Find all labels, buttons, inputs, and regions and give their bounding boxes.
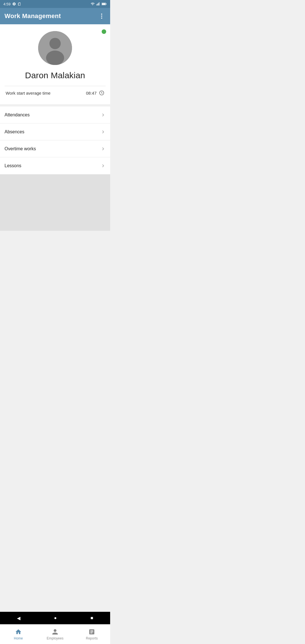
menu-item-absences[interactable]: Absences (0, 123, 110, 140)
chevron-right-overtime (101, 146, 106, 151)
svg-rect-5 (106, 3, 106, 5)
svg-rect-2 (98, 3, 99, 6)
svg-point-8 (49, 38, 61, 49)
svg-rect-3 (99, 2, 99, 5)
menu-list: Attendances Absences Overtime works (0, 106, 110, 174)
clock-icon (99, 90, 104, 96)
signal-icon (96, 2, 100, 6)
menu-item-label-absences: Absences (5, 129, 24, 134)
battery-icon (102, 2, 107, 6)
menu-item-attendances[interactable]: Attendances (0, 106, 110, 123)
work-time-text: 08:47 (86, 91, 97, 95)
dot2 (101, 16, 102, 17)
chevron-right-absences (101, 129, 106, 134)
online-status-indicator (102, 29, 106, 34)
toolbar: Work Management (0, 8, 110, 24)
svg-rect-0 (97, 4, 97, 5)
gray-area (0, 174, 110, 231)
sim-icon (18, 2, 21, 6)
chevron-right-lessons (101, 163, 106, 168)
svg-point-9 (46, 51, 64, 65)
avatar-image (38, 31, 72, 65)
dot1 (101, 14, 102, 15)
menu-item-overtime[interactable]: Overtime works (0, 140, 110, 157)
menu-item-lessons[interactable]: Lessons (0, 157, 110, 174)
user-name: Daron Malakian (25, 71, 85, 80)
status-left: 4:59 (3, 2, 21, 6)
status-right (90, 2, 107, 6)
work-time-row: Work start average time 08:47 (5, 86, 106, 100)
more-options-button[interactable] (98, 12, 106, 20)
menu-item-label-overtime: Overtime works (5, 146, 36, 151)
status-time: 4:59 (3, 2, 10, 6)
settings-icon (12, 2, 16, 6)
work-time-value: 08:47 (86, 90, 104, 96)
menu-item-label-attendances: Attendances (5, 112, 30, 118)
dot3 (101, 18, 102, 19)
svg-rect-6 (102, 3, 105, 5)
menu-item-label-lessons: Lessons (5, 163, 21, 168)
wifi-icon (90, 2, 95, 6)
chevron-right-attendances (101, 112, 106, 118)
work-time-label: Work start average time (6, 91, 51, 95)
avatar (38, 31, 72, 65)
toolbar-title: Work Management (5, 12, 61, 20)
main-content: Daron Malakian Work start average time 0… (0, 24, 110, 263)
svg-rect-1 (97, 4, 98, 5)
status-bar: 4:59 (0, 0, 110, 8)
profile-section: Daron Malakian Work start average time 0… (0, 24, 110, 104)
